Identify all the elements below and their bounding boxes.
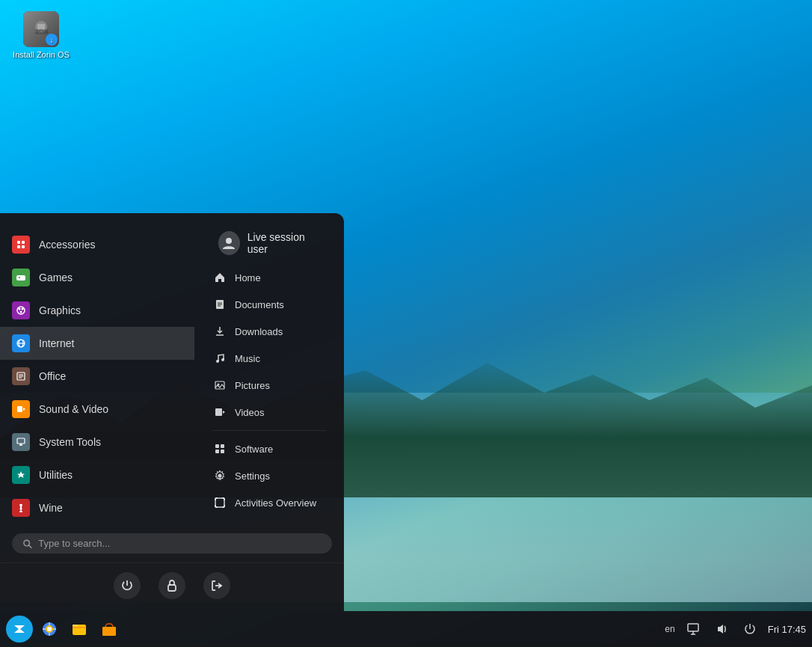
svg-point-35 [221,358,224,361]
svg-rect-42 [215,450,219,453]
svg-rect-62 [102,627,116,636]
taskbar: en Fri 17:45 [0,611,812,647]
svg-point-11 [23,277,25,278]
user-avatar [218,231,240,255]
svg-rect-38 [215,408,222,416]
svg-point-15 [20,311,22,313]
action-activities[interactable]: Activities Overview [206,489,332,516]
desktop: ZOS ↓ Install Zorin OS [0,0,812,647]
taskbar-files-button[interactable] [66,616,93,643]
menu-bottom-controls [0,562,344,602]
utilities-icon [12,466,30,484]
games-icon [12,269,30,286]
svg-rect-21 [17,406,22,412]
taskbar-screen-icon[interactable] [683,619,704,640]
menu-search-section [0,527,344,556]
svg-point-10 [22,277,23,278]
documents-icon [212,297,227,312]
app-menu: Accessories Games [0,213,344,611]
settings-icon [212,468,227,483]
svg-rect-45 [215,498,224,507]
place-videos[interactable]: Videos [206,399,332,426]
search-icon [22,539,32,549]
zorin-menu-button[interactable] [6,616,33,643]
taskbar-right: en Fri 17:45 [665,619,806,640]
svg-marker-39 [223,411,225,414]
lock-button[interactable] [159,572,185,599]
office-icon [12,367,30,385]
music-icon [212,351,227,366]
place-documents[interactable]: Documents [206,291,332,318]
search-input[interactable] [38,538,322,549]
svg-marker-22 [23,408,25,411]
svg-text:ZOS: ZOS [35,28,47,34]
place-pictures[interactable]: Pictures [206,372,332,399]
svg-rect-56 [168,585,176,591]
power-button[interactable] [114,572,141,599]
action-software[interactable]: Software [206,435,332,462]
menu-categories: Accessories Games [0,225,194,527]
logout-button[interactable] [203,572,230,599]
svg-point-28 [226,238,232,244]
software-icon [212,441,227,456]
menu-content: Accessories Games [0,225,344,527]
videos-icon [212,405,227,420]
pictures-icon [212,378,227,393]
desktop-icon-install-zorin[interactable]: ZOS ↓ Install Zorin OS [11,11,71,60]
place-downloads[interactable]: Downloads [206,318,332,345]
category-utilities[interactable]: Utilities [0,459,194,491]
taskbar-left [6,616,123,643]
svg-rect-63 [688,624,698,631]
graphics-icon [12,301,30,319]
menu-user[interactable]: Live session user [206,228,332,264]
category-wine[interactable]: Wine [0,491,194,524]
place-music[interactable]: Music [206,345,332,372]
svg-rect-6 [22,245,25,248]
taskbar-power-icon[interactable] [739,619,760,640]
taskbar-lang: en [665,624,674,634]
place-home[interactable]: Home [206,264,332,291]
svg-line-55 [29,545,32,548]
activities-icon [212,495,227,510]
svg-rect-41 [221,444,224,448]
home-icon [212,270,227,285]
svg-rect-40 [215,444,219,448]
taskbar-datetime: Fri 17:45 [768,624,806,635]
category-sound-video[interactable]: Sound & Video [0,393,194,426]
action-settings[interactable]: Settings [206,462,332,489]
downloads-icon [212,324,227,339]
category-accessories[interactable]: Accessories [0,228,194,261]
desktop-icon-label: Install Zorin OS [13,50,70,60]
svg-point-54 [24,540,30,546]
menu-separator [212,430,326,431]
svg-rect-43 [221,450,224,453]
search-input-wrap[interactable] [12,533,332,554]
svg-rect-23 [17,438,25,444]
svg-point-14 [22,308,24,310]
category-office[interactable]: Office [0,360,194,393]
user-name: Live session user [247,231,320,255]
sound-video-icon [12,400,30,418]
taskbar-store-button[interactable] [96,616,123,643]
category-system-tools[interactable]: System Tools [0,426,194,459]
svg-rect-61 [73,625,86,635]
svg-rect-3 [17,241,20,244]
category-graphics[interactable]: Graphics [0,294,194,327]
wine-icon [12,499,30,517]
desktop-icon-image: ZOS ↓ [23,11,59,47]
internet-icon [12,334,30,352]
accessories-icon [12,236,30,254]
svg-rect-4 [22,241,25,244]
menu-right-panel: Live session user Home [194,225,344,527]
taskbar-volume-icon[interactable] [711,619,732,640]
svg-point-34 [216,360,219,363]
category-internet[interactable]: Internet [0,327,194,360]
category-games[interactable]: Games [0,261,194,294]
svg-point-60 [47,627,52,631]
system-tools-icon [12,433,30,451]
svg-point-13 [19,308,21,310]
taskbar-browser-button[interactable] [36,616,63,643]
svg-rect-5 [17,245,20,248]
